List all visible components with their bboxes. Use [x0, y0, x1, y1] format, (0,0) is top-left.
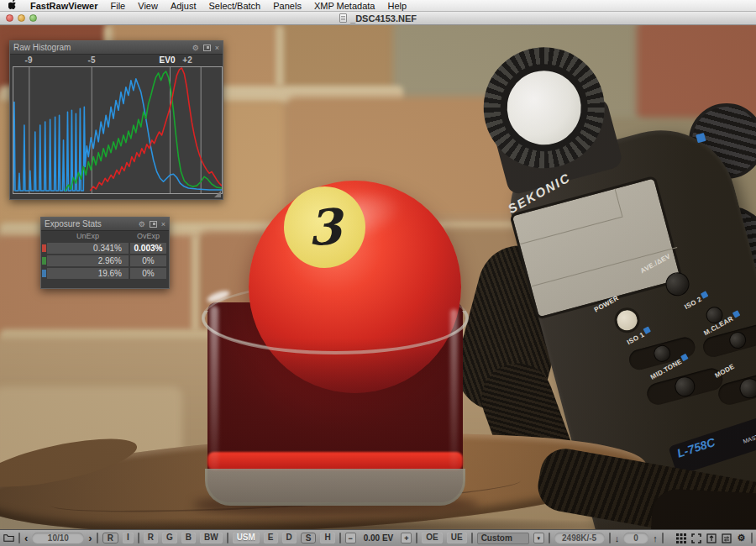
red-channel-chip — [42, 244, 46, 252]
menu-bar: FastRawViewer File View Adjust Select/Ba… — [0, 0, 756, 12]
blue-ovexp-value: 0% — [130, 268, 166, 279]
stats-row-green: 2.96% 0% — [47, 255, 166, 266]
window-title: _DSC4153.NEF — [350, 13, 417, 24]
menu-item-file[interactable]: File — [111, 0, 126, 12]
menu-item-select-batch[interactable]: Select/Batch — [208, 0, 260, 12]
ev-value: 0.00 EV — [360, 533, 397, 543]
exposure-stats-panel: Exposure Stats ⚙ × UnExp OvExp 0.341% 0.… — [40, 217, 170, 289]
channel-bw-button[interactable]: BW — [200, 533, 223, 543]
adjust-s-button[interactable]: S — [301, 533, 317, 543]
prev-file-button[interactable]: ‹ — [24, 533, 28, 543]
oe-button[interactable]: OE — [422, 533, 442, 543]
rating-up-button[interactable]: ↑ — [653, 533, 658, 543]
separator — [549, 533, 550, 543]
window-title-bar[interactable]: _DSC4153.NEF — [0, 12, 756, 25]
raw-toggle-button[interactable]: R — [102, 533, 118, 543]
bottom-toolbar: ‹ 10/10 › R I R G B BW USM E D S H − 0.0… — [0, 529, 756, 546]
blue-unexp-value: 19.6% — [47, 268, 129, 279]
ev-decrease-button[interactable]: − — [345, 533, 356, 543]
grid-view-icon[interactable] — [675, 533, 686, 543]
green-unexp-value: 2.96% — [47, 255, 129, 266]
blue-badge — [696, 133, 706, 143]
glass-highlight-left — [210, 306, 218, 470]
wb-value: 2498K/-5 — [554, 533, 605, 543]
green-ovexp-value: 0% — [130, 255, 166, 266]
raw-histogram-panel: Raw Histogram ⚙ × -9 -5 EV0 +2 — [9, 40, 223, 200]
menu-item-help[interactable]: Help — [387, 0, 407, 12]
glass-bottom — [205, 469, 465, 506]
ev-tick-label: +2 — [176, 55, 199, 65]
apple-menu-icon[interactable] — [8, 0, 18, 11]
rating-down-button[interactable]: ↓ — [615, 533, 620, 543]
column-header-unexp: UnExp — [47, 232, 129, 240]
green-channel-chip — [42, 257, 46, 265]
channel-r-button[interactable]: R — [144, 533, 158, 543]
resize-handle[interactable] — [214, 191, 221, 197]
glass-rim-front — [202, 311, 469, 356]
menu-item-view[interactable]: View — [138, 0, 158, 12]
histogram-panel-header[interactable]: Raw Histogram ⚙ × — [10, 41, 223, 55]
close-window-button[interactable] — [6, 14, 13, 22]
histogram-panel-title: Raw Histogram — [13, 43, 71, 52]
separator — [751, 533, 753, 543]
separator — [662, 533, 664, 543]
wb-preset-select[interactable]: Custom — [477, 533, 529, 544]
rating-value: 0 — [623, 533, 648, 543]
glass-highlight-right — [450, 309, 458, 469]
document-icon — [339, 13, 347, 23]
separator — [97, 533, 98, 543]
menu-item-panels[interactable]: Panels — [273, 0, 302, 12]
ev-tick-label: -9 — [17, 55, 40, 65]
float-panel-icon[interactable] — [203, 45, 211, 51]
ball-number: 3 — [307, 197, 344, 256]
ev-scale: -9 -5 EV0 +2 — [10, 55, 224, 66]
separator — [416, 533, 417, 543]
menu-item-xmp-metadata[interactable]: XMP Metadata — [314, 0, 375, 12]
histogram-plot — [13, 66, 223, 194]
separator — [18, 533, 20, 543]
info-toggle-button[interactable]: I — [123, 533, 134, 543]
channel-g-button[interactable]: G — [162, 533, 177, 543]
mortar-joint — [276, 25, 284, 87]
ground-shadow — [34, 516, 655, 529]
adjust-e-button[interactable]: E — [264, 533, 278, 543]
zoom-window-button[interactable] — [29, 14, 37, 22]
gear-icon[interactable]: ⚙ — [192, 44, 199, 52]
stats-panel-title: Exposure Stats — [45, 219, 102, 228]
menu-item-adjust[interactable]: Adjust — [171, 0, 197, 12]
separator — [471, 533, 473, 543]
fullscreen-icon[interactable] — [690, 533, 701, 543]
separator — [227, 533, 228, 543]
separator — [609, 533, 611, 543]
transfer-icon[interactable] — [721, 533, 732, 543]
ev-increase-button[interactable]: + — [401, 533, 412, 543]
mortar-joint — [192, 235, 199, 332]
brick — [281, 25, 398, 89]
usm-button[interactable]: USM — [233, 533, 260, 543]
file-counter: 10/10 — [32, 533, 84, 543]
stats-panel-header[interactable]: Exposure Stats ⚙ × — [41, 218, 169, 231]
adjust-h-button[interactable]: H — [320, 533, 334, 543]
glass-refraction-band — [207, 452, 463, 470]
wb-dropdown-button[interactable]: ▼ — [533, 533, 544, 543]
next-file-button[interactable]: › — [88, 533, 92, 543]
export-icon[interactable] — [706, 533, 717, 543]
stats-row-blue: 19.6% 0% — [47, 268, 166, 279]
blue-channel-chip — [42, 270, 46, 277]
column-header-ovexp: OvExp — [130, 232, 166, 240]
minimize-window-button[interactable] — [18, 14, 25, 22]
meter-strap — [648, 488, 756, 529]
close-icon[interactable]: × — [161, 220, 165, 228]
gear-icon[interactable]: ⚙ — [139, 220, 145, 228]
open-file-icon[interactable] — [3, 533, 14, 543]
separator — [339, 533, 341, 543]
adjust-d-button[interactable]: D — [282, 533, 297, 543]
red-ovexp-value: 0.003% — [130, 243, 166, 254]
channel-b-button[interactable]: B — [181, 533, 196, 543]
menu-item-app[interactable]: FastRawViewer — [30, 0, 98, 12]
float-panel-icon[interactable] — [150, 221, 157, 228]
close-icon[interactable]: × — [215, 44, 219, 52]
stats-row-red: 0.341% 0.003% — [47, 243, 166, 254]
settings-gear-icon[interactable]: ⚙ — [736, 533, 747, 543]
ue-button[interactable]: UE — [447, 533, 467, 543]
